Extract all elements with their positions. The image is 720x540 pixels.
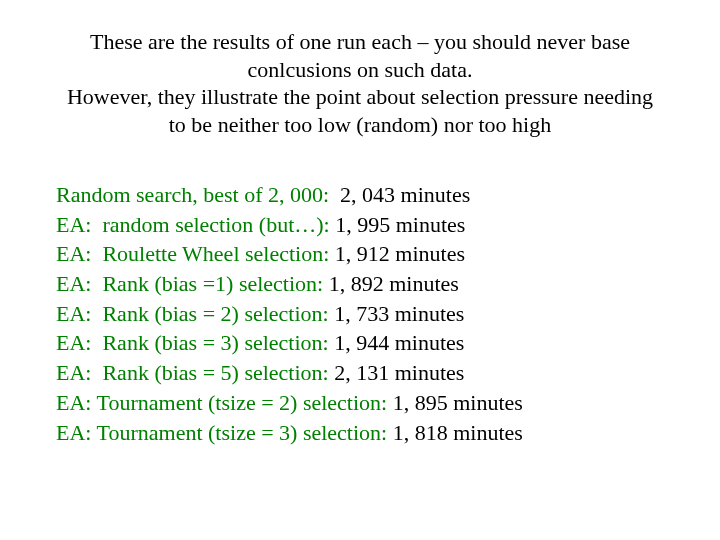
result-label: EA: Rank (bias = 2) selection: (56, 299, 334, 329)
result-row: EA: Rank (bias = 3) selection: 1, 944 mi… (56, 328, 664, 358)
result-label: EA: Rank (bias = 5) selection: (56, 358, 334, 388)
result-label: EA: Tournament (tsize = 3) selection: (56, 418, 393, 448)
header-line-1: These are the results of one run each – … (56, 28, 664, 83)
result-value: 1, 912 minutes (335, 239, 465, 269)
result-row: EA: Tournament (tsize = 2) selection: 1,… (56, 388, 664, 418)
result-row: Random search, best of 2, 000: 2, 043 mi… (56, 180, 664, 210)
result-row: EA: Rank (bias = 2) selection: 1, 733 mi… (56, 299, 664, 329)
result-row: EA: Tournament (tsize = 3) selection: 1,… (56, 418, 664, 448)
result-label: EA: Roulette Wheel selection: (56, 239, 335, 269)
result-value: 2, 131 minutes (334, 358, 464, 388)
result-label: EA: random selection (but…): (56, 210, 335, 240)
result-value: 1, 892 minutes (329, 269, 459, 299)
result-row: EA: Roulette Wheel selection: 1, 912 min… (56, 239, 664, 269)
result-label: EA: Rank (bias = 3) selection: (56, 328, 334, 358)
result-label: EA: Tournament (tsize = 2) selection: (56, 388, 393, 418)
results-list: Random search, best of 2, 000: 2, 043 mi… (56, 180, 664, 447)
result-label: Random search, best of 2, 000: (56, 180, 340, 210)
result-label: EA: Rank (bias =1) selection: (56, 269, 329, 299)
result-value: 2, 043 minutes (340, 180, 470, 210)
result-row: EA: Rank (bias = 5) selection: 2, 131 mi… (56, 358, 664, 388)
result-value: 1, 944 minutes (334, 328, 464, 358)
result-row: EA: random selection (but…): 1, 995 minu… (56, 210, 664, 240)
slide-header: These are the results of one run each – … (56, 28, 664, 138)
result-value: 1, 818 minutes (393, 418, 523, 448)
result-value: 1, 733 minutes (334, 299, 464, 329)
result-value: 1, 995 minutes (335, 210, 465, 240)
result-value: 1, 895 minutes (393, 388, 523, 418)
slide: These are the results of one run each – … (0, 0, 720, 540)
header-line-2: However, they illustrate the point about… (56, 83, 664, 138)
result-row: EA: Rank (bias =1) selection: 1, 892 min… (56, 269, 664, 299)
